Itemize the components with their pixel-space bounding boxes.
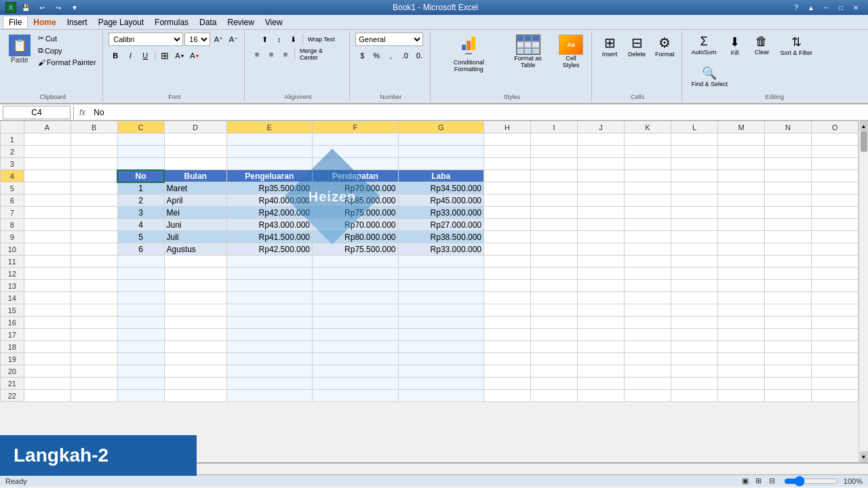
quick-access-more[interactable]: ▼ — [68, 2, 81, 13]
tab-insert[interactable]: Insert — [62, 16, 93, 28]
cell-M3[interactable] — [718, 158, 765, 170]
row-num-22[interactable]: 22 — [1, 390, 24, 402]
cell-E6[interactable]: Rp40.000.000 — [226, 195, 313, 207]
cell-K4[interactable] — [625, 170, 671, 182]
cell-C1[interactable] — [117, 134, 164, 146]
tab-file[interactable]: File — [3, 16, 28, 29]
cell-K9[interactable] — [625, 231, 671, 243]
cell-N8[interactable] — [765, 219, 812, 231]
cell-B1[interactable] — [71, 134, 117, 146]
cell-M5[interactable] — [718, 182, 765, 195]
quick-access-undo[interactable]: ↩ — [35, 2, 49, 13]
col-header-D[interactable]: D — [164, 121, 226, 134]
quick-access-save[interactable]: 💾 — [19, 2, 33, 13]
cell-L1[interactable] — [671, 134, 718, 146]
cell-H8[interactable] — [484, 219, 531, 231]
cell-B8[interactable] — [71, 219, 117, 231]
cell-C5[interactable]: 1 — [117, 182, 164, 195]
align-bottom-btn[interactable]: ⬇ — [287, 33, 300, 46]
cell-L10[interactable] — [671, 243, 718, 256]
minimize-btn[interactable]: ─ — [819, 2, 833, 13]
cell-B5[interactable] — [71, 182, 117, 195]
cell-F4[interactable]: Pendapatan — [313, 170, 399, 182]
percent-btn[interactable]: % — [370, 49, 383, 62]
col-header-C[interactable]: C — [117, 121, 164, 134]
cell-M1[interactable] — [718, 134, 765, 146]
row-num-14[interactable]: 14 — [1, 292, 24, 304]
col-header-A[interactable]: A — [24, 121, 71, 134]
zoom-slider[interactable] — [784, 477, 838, 485]
normal-view-btn[interactable]: ▣ — [739, 476, 751, 487]
cell-O5[interactable] — [812, 182, 859, 195]
cell-B2[interactable] — [71, 146, 117, 158]
row-num-2[interactable]: 2 — [1, 146, 24, 158]
autosum-button[interactable]: Σ AutoSum — [688, 33, 719, 58]
cell-A1[interactable] — [24, 134, 71, 146]
cell-B6[interactable] — [71, 195, 117, 207]
cell-A9[interactable] — [24, 231, 71, 243]
cell-J8[interactable] — [578, 219, 625, 231]
insert-cells-button[interactable]: ⊞ Insert — [597, 33, 622, 60]
cell-B9[interactable] — [71, 231, 117, 243]
cell-I2[interactable] — [531, 146, 578, 158]
col-header-K[interactable]: K — [625, 121, 671, 134]
delete-cells-button[interactable]: ⊟ Delete — [625, 33, 649, 60]
row-num-18[interactable]: 18 — [1, 341, 24, 353]
cell-H5[interactable] — [484, 182, 531, 195]
cell-O1[interactable] — [812, 134, 859, 146]
cell-G10[interactable]: Rp33.000.000 — [398, 243, 484, 256]
cell-M10[interactable] — [718, 243, 765, 256]
formula-input[interactable] — [91, 106, 865, 119]
cell-I10[interactable] — [531, 243, 578, 256]
find-select-button[interactable]: 🔍 Find & Select — [688, 64, 731, 89]
cell-G2[interactable] — [398, 146, 484, 158]
col-header-E[interactable]: E — [226, 121, 313, 134]
cell-B4[interactable] — [71, 170, 117, 182]
cell-D5[interactable]: Maret — [164, 182, 226, 195]
cell-F7[interactable]: Rp75.000.000 — [313, 207, 399, 219]
comma-btn[interactable]: , — [384, 49, 397, 62]
cell-H1[interactable] — [484, 134, 531, 146]
cell-L4[interactable] — [671, 170, 718, 182]
cell-O9[interactable] — [812, 231, 859, 243]
cell-N1[interactable] — [765, 134, 812, 146]
cell-O2[interactable] — [812, 146, 859, 158]
cell-C10[interactable]: 6 — [117, 243, 164, 256]
align-top-btn[interactable]: ⬆ — [258, 33, 272, 46]
row-num-13[interactable]: 13 — [1, 280, 24, 292]
cell-K3[interactable] — [625, 158, 671, 170]
cell-styles-button[interactable]: Aa Cell Styles — [555, 33, 587, 70]
cell-D6[interactable]: April — [164, 195, 226, 207]
format-painter-button[interactable]: 🖌 Format Painter — [35, 57, 99, 68]
cell-K8[interactable] — [625, 219, 671, 231]
cell-M9[interactable] — [718, 231, 765, 243]
cell-N9[interactable] — [765, 231, 812, 243]
underline-button[interactable]: U — [138, 49, 152, 62]
row-num-6[interactable]: 6 — [1, 195, 24, 207]
cell-A10[interactable] — [24, 243, 71, 256]
cell-M8[interactable] — [718, 219, 765, 231]
cell-A6[interactable] — [24, 195, 71, 207]
cell-E1[interactable] — [226, 134, 313, 146]
cell-H9[interactable] — [484, 231, 531, 243]
cell-L5[interactable] — [671, 182, 718, 195]
cell-A8[interactable] — [24, 219, 71, 231]
cell-F6[interactable]: Rp85.000.000 — [313, 195, 399, 207]
cell-I4[interactable] — [531, 170, 578, 182]
copy-button[interactable]: ⧉ Copy — [35, 45, 99, 56]
cell-J6[interactable] — [578, 195, 625, 207]
wrap-text-btn[interactable]: Wrap Text — [305, 33, 338, 46]
cell-G6[interactable]: Rp45.000.000 — [398, 195, 484, 207]
cell-G8[interactable]: Rp27.000.000 — [398, 219, 484, 231]
row-num-8[interactable]: 8 — [1, 219, 24, 231]
vertical-scrollbar[interactable]: ▲ ▼ — [859, 121, 868, 462]
cell-N6[interactable] — [765, 195, 812, 207]
align-middle-btn[interactable]: ↕ — [273, 33, 286, 46]
cell-F9[interactable]: Rp80.000.000 — [313, 231, 399, 243]
cell-J10[interactable] — [578, 243, 625, 256]
cell-J1[interactable] — [578, 134, 625, 146]
cell-C7[interactable]: 3 — [117, 207, 164, 219]
decrease-font-btn[interactable]: A⁻ — [226, 33, 240, 46]
cell-F5[interactable]: Rp70.000.000 — [313, 182, 399, 195]
cell-O7[interactable] — [812, 207, 859, 219]
